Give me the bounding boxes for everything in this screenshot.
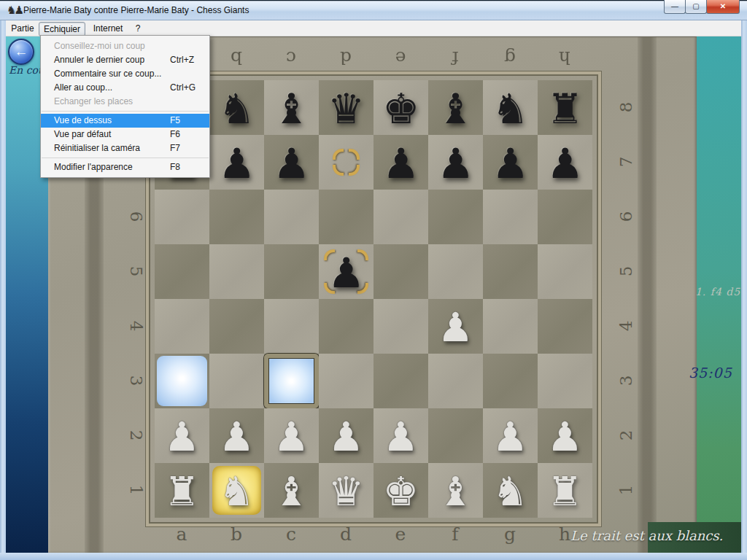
square-e8[interactable]: ♚ — [374, 80, 428, 135]
menu-item-aller-au-coup[interactable]: Aller au coup...Ctrl+G — [41, 81, 209, 95]
square-g2[interactable]: ♟ — [483, 408, 538, 463]
square-d1[interactable]: ♛ — [319, 463, 374, 518]
square-a2[interactable]: ♟ — [155, 408, 209, 463]
piece-white-pawn-a2[interactable]: ♟ — [155, 408, 209, 463]
menu-item-vue-de-dessus[interactable]: Vue de dessusF5 — [41, 114, 209, 128]
square-a5[interactable] — [155, 244, 209, 299]
piece-white-king-e1[interactable]: ♚ — [374, 463, 428, 518]
piece-white-rook-a1[interactable]: ♜ — [155, 463, 209, 518]
square-f1[interactable]: ♝ — [428, 463, 483, 518]
maximize-button[interactable]: ▢ — [685, 0, 707, 14]
square-h1[interactable]: ♜ — [538, 463, 592, 518]
square-b1[interactable]: ♞ — [209, 463, 264, 518]
piece-black-pawn-f7[interactable]: ♟ — [428, 135, 483, 190]
piece-white-pawn-h2[interactable]: ♟ — [538, 408, 592, 463]
square-b8[interactable]: ♞ — [209, 80, 264, 135]
square-d7[interactable] — [319, 135, 374, 190]
square-e5[interactable] — [374, 244, 428, 299]
square-h5[interactable] — [538, 244, 592, 299]
piece-black-pawn-g7[interactable]: ♟ — [483, 135, 538, 190]
square-d2[interactable]: ♟ — [319, 408, 374, 463]
square-g6[interactable] — [483, 190, 538, 244]
square-c7[interactable]: ♟ — [264, 135, 319, 190]
piece-white-pawn-d2[interactable]: ♟ — [319, 408, 374, 463]
menu-item-r-initialiser-la-cam-ra[interactable]: Réinitialiser la caméraF7 — [41, 141, 209, 155]
square-a4[interactable] — [155, 299, 209, 354]
square-d6[interactable] — [319, 190, 374, 244]
piece-black-rook-h8[interactable]: ♜ — [538, 80, 592, 135]
square-g8[interactable]: ♞ — [483, 80, 538, 135]
square-e1[interactable]: ♚ — [374, 463, 428, 518]
square-b3[interactable] — [209, 354, 264, 408]
square-c1[interactable]: ♝ — [264, 463, 319, 518]
menu-partie[interactable]: Partie — [8, 22, 37, 35]
piece-black-knight-g8[interactable]: ♞ — [483, 80, 538, 135]
square-b2[interactable]: ♟ — [209, 408, 264, 463]
square-f6[interactable] — [428, 190, 483, 244]
square-h4[interactable] — [538, 299, 592, 354]
square-e4[interactable] — [374, 299, 428, 354]
piece-white-pawn-e2[interactable]: ♟ — [374, 408, 428, 463]
menu-item-modifier-l-apparence[interactable]: Modifier l'apparenceF8 — [41, 160, 209, 174]
piece-white-pawn-f4[interactable]: ♟ — [428, 299, 483, 354]
piece-white-rook-h1[interactable]: ♜ — [538, 463, 592, 518]
piece-white-pawn-c2[interactable]: ♟ — [264, 408, 319, 463]
square-f8[interactable]: ♝ — [428, 80, 483, 135]
square-b6[interactable] — [209, 190, 264, 244]
piece-black-pawn-c7[interactable]: ♟ — [264, 135, 319, 190]
square-h2[interactable]: ♟ — [538, 408, 592, 463]
square-b7[interactable]: ♟ — [209, 135, 264, 190]
piece-white-bishop-f1[interactable]: ♝ — [428, 463, 483, 518]
piece-white-knight-g1[interactable]: ♞ — [483, 463, 538, 518]
menu-item-annuler-le-dernier-coup[interactable]: Annuler le dernier coupCtrl+Z — [41, 53, 209, 67]
square-g3[interactable] — [483, 354, 538, 408]
square-a3[interactable] — [155, 354, 209, 408]
square-a1[interactable]: ♜ — [155, 463, 209, 518]
square-g1[interactable]: ♞ — [483, 463, 538, 518]
square-d3[interactable] — [319, 354, 374, 408]
square-f7[interactable]: ♟ — [428, 135, 483, 190]
square-e7[interactable]: ♟ — [374, 135, 428, 190]
piece-black-bishop-f8[interactable]: ♝ — [428, 80, 483, 135]
menu-item-vue-par-d-faut[interactable]: Vue par défautF6 — [41, 128, 209, 141]
square-d8[interactable]: ♛ — [319, 80, 374, 135]
square-b4[interactable] — [209, 299, 264, 354]
square-g5[interactable] — [483, 244, 538, 299]
close-button[interactable]: ✕ — [706, 0, 740, 14]
square-b5[interactable] — [209, 244, 264, 299]
square-c2[interactable]: ♟ — [264, 408, 319, 463]
square-c3[interactable] — [264, 354, 319, 408]
square-h8[interactable]: ♜ — [538, 80, 592, 135]
menu-internet[interactable]: Internet — [88, 22, 128, 35]
square-e3[interactable] — [374, 354, 428, 408]
square-e2[interactable]: ♟ — [374, 408, 428, 463]
square-d4[interactable] — [319, 299, 374, 354]
square-c6[interactable] — [264, 190, 319, 244]
back-arrow-icon[interactable]: ← — [8, 39, 34, 65]
piece-black-knight-b8[interactable]: ♞ — [209, 80, 264, 135]
square-g7[interactable]: ♟ — [483, 135, 538, 190]
menu-item-commentaire-sur-ce-coup[interactable]: Commentaire sur ce coup... — [41, 67, 209, 81]
square-f3[interactable] — [428, 354, 483, 408]
square-c5[interactable] — [264, 244, 319, 299]
piece-white-queen-d1[interactable]: ♛ — [319, 463, 374, 518]
square-f4[interactable]: ♟ — [428, 299, 483, 354]
piece-white-pawn-b2[interactable]: ♟ — [209, 408, 264, 463]
square-f5[interactable] — [428, 244, 483, 299]
menu-echiquier[interactable]: Echiquier — [39, 22, 85, 36]
square-a6[interactable] — [155, 190, 209, 244]
piece-white-bishop-c1[interactable]: ♝ — [264, 463, 319, 518]
piece-black-pawn-b7[interactable]: ♟ — [209, 135, 264, 190]
piece-black-king-e8[interactable]: ♚ — [374, 80, 428, 135]
piece-black-pawn-h7[interactable]: ♟ — [538, 135, 592, 190]
piece-black-bishop-c8[interactable]: ♝ — [264, 80, 319, 135]
square-h3[interactable] — [538, 354, 592, 408]
square-d5[interactable]: ♟ — [319, 244, 374, 299]
title-bar[interactable]: ♞♟ Pierre-Marie Baty contre Pierre-Marie… — [0, 0, 747, 20]
square-c4[interactable] — [264, 299, 319, 354]
square-h6[interactable] — [538, 190, 592, 244]
minimize-button[interactable]: — — [664, 0, 686, 14]
piece-white-pawn-g2[interactable]: ♟ — [483, 408, 538, 463]
piece-black-pawn-e7[interactable]: ♟ — [374, 135, 428, 190]
square-e6[interactable] — [374, 190, 428, 244]
